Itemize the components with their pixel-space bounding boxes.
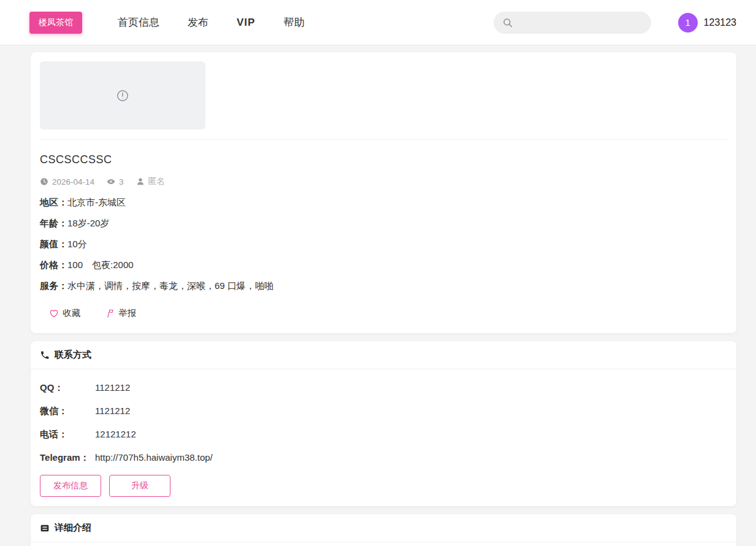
field-looks: 颜值：10分 (40, 238, 727, 250)
listing-meta: 2026-04-14 3 匿名 (40, 176, 727, 187)
contact-row-phone: 电话： 12121212 (40, 428, 727, 440)
detail-section-title: 详细介绍 (55, 522, 91, 534)
report-button[interactable]: 举报 (105, 307, 136, 319)
listing-actions: 收藏 举报 (49, 307, 727, 319)
list-icon (40, 523, 50, 533)
field-age: 年龄：18岁-20岁 (40, 217, 727, 229)
contact-row-qq: QQ： 1121212 (40, 382, 727, 393)
username[interactable]: 123123 (704, 17, 736, 28)
header: 楼凤茶馆 首页信息 发布 VIP 帮助 1 123123 (0, 0, 756, 45)
field-region: 地区：北京市-东城区 (40, 196, 727, 208)
avatar[interactable]: 1 (678, 13, 698, 33)
contact-buttons: 发布信息 升级 (40, 475, 727, 497)
listing-card: CSCSCCSSC 2026-04-14 3 (31, 52, 736, 333)
meta-date: 2026-04-14 (40, 177, 94, 186)
phone-icon (40, 350, 50, 360)
divider (40, 139, 727, 140)
heart-icon (49, 309, 59, 318)
nav-item-publish[interactable]: 发布 (188, 15, 208, 29)
clock-icon (40, 177, 48, 186)
user-area: 1 123123 (678, 13, 736, 33)
meta-author: 匿名 (136, 176, 165, 187)
contact-row-telegram: Telegram： http://707h5.haiwaiym38.top/ (40, 452, 727, 463)
listing-title: CSCSCCSSC (40, 153, 727, 166)
detail-text: 这是认识很久的小姐姐了，小区好停车，去了一个拥抱，领我去洗澡，后水中潇，再去床上… (31, 542, 736, 546)
nav-item-help[interactable]: 帮助 (283, 15, 304, 29)
contact-section-header: 联系方式 (31, 341, 736, 369)
search-input[interactable] (518, 18, 643, 28)
detail-card: 详细介绍 这是认识很久的小姐姐了，小区好停车，去了一个拥抱，领我去洗澡，后水中潇… (31, 514, 736, 546)
broken-image-icon (116, 89, 129, 102)
person-icon (136, 177, 145, 186)
nav-item-vip[interactable]: VIP (237, 17, 255, 29)
field-price: 价格：100 包夜:2000 (40, 259, 727, 271)
detail-section-header: 详细介绍 (31, 514, 736, 542)
site-logo[interactable]: 楼凤茶馆 (29, 12, 82, 34)
search-bar[interactable] (494, 12, 651, 34)
upgrade-button[interactable]: 升级 (109, 475, 170, 497)
field-services: 服务：水中潇，调情，按摩，毒龙，深喉，69 口爆，啪啪 (40, 280, 727, 291)
flag-icon (105, 309, 115, 318)
main-content: CSCSCCSSC 2026-04-14 3 (31, 52, 736, 546)
contact-row-wechat: 微信： 1121212 (40, 405, 727, 417)
main-nav: 首页信息 发布 VIP 帮助 (118, 15, 332, 29)
search-icon (502, 17, 513, 28)
publish-button[interactable]: 发布信息 (40, 475, 101, 497)
eye-icon (107, 177, 115, 186)
favorite-button[interactable]: 收藏 (49, 307, 80, 319)
nav-item-home[interactable]: 首页信息 (118, 15, 159, 29)
contact-section-title: 联系方式 (55, 349, 91, 361)
meta-views: 3 (107, 177, 124, 186)
contact-card: 联系方式 QQ： 1121212 微信： 1121212 电话： 1212121… (31, 341, 736, 506)
listing-image-placeholder[interactable] (40, 61, 205, 129)
